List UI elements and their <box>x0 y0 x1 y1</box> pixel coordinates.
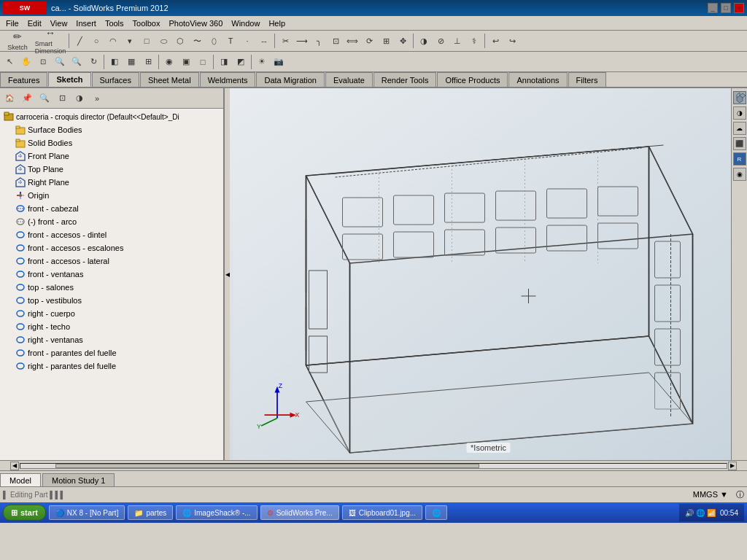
tb2-view1[interactable]: ◧ <box>107 54 123 70</box>
scene-icon[interactable]: ☁ <box>733 122 746 135</box>
tb-redo[interactable]: ↪ <box>504 33 520 49</box>
ambient-occlusion-icon[interactable]: ◉ <box>733 168 746 181</box>
tree-right-ventanas[interactable]: right - ventanas <box>0 333 223 346</box>
pt-display[interactable]: ◑ <box>71 90 88 106</box>
pt-filter[interactable]: ⊡ <box>54 90 70 106</box>
tb-repair[interactable]: ⚕ <box>466 33 482 49</box>
model-tab-model[interactable]: Model <box>0 473 41 486</box>
tab-render-tools[interactable]: Render Tools <box>374 72 437 87</box>
pt-search[interactable]: 🔍 <box>36 90 53 106</box>
tb-spline[interactable]: 〜 <box>189 33 205 49</box>
tb-convert[interactable]: ⟳ <box>361 33 377 49</box>
tb-trim[interactable]: ✂ <box>277 33 293 49</box>
tb2-wire[interactable]: □ <box>195 54 211 70</box>
tb2-camera[interactable]: 📷 <box>271 54 287 70</box>
tb-text[interactable]: T <box>222 33 239 49</box>
tree-front-cabezal[interactable]: front - cabezal <box>0 202 223 215</box>
tb2-view2[interactable]: ▦ <box>123 54 139 70</box>
tb-polygon[interactable]: ⬡ <box>172 33 188 49</box>
tb-display[interactable]: ◑ <box>416 33 432 49</box>
tab-filters[interactable]: Filters <box>568 72 606 87</box>
appearance-icon[interactable]: ◑ <box>733 106 746 120</box>
tb2-select[interactable]: ↖ <box>1 54 18 70</box>
tb-circle[interactable]: ○ <box>88 33 104 49</box>
tb-ellipse[interactable]: ⬯ <box>206 33 222 49</box>
tb-smart-dimension[interactable]: ↔ SmartDimension <box>34 33 66 49</box>
tree-solid-bodies[interactable]: Solid Bodies <box>0 136 223 149</box>
tree-right-techo[interactable]: right - techo <box>0 320 223 333</box>
tab-evaluate[interactable]: Evaluate <box>325 72 373 87</box>
horizontal-scrollbar[interactable]: ◀ ▶ <box>0 460 747 470</box>
tb2-shade[interactable]: ▣ <box>178 54 194 70</box>
menu-tools[interactable]: Tools <box>101 18 128 29</box>
tb-line[interactable]: ╱ <box>71 33 88 49</box>
menu-insert[interactable]: Insert <box>71 18 101 29</box>
tb-rectangle[interactable]: □ <box>139 33 155 49</box>
hscroll-track[interactable] <box>20 463 727 469</box>
tree-front-arco[interactable]: (-) front - arco <box>0 215 223 228</box>
taskbar-partes[interactable]: 📁 partes <box>128 505 173 520</box>
tree-right-parantes-fuelle[interactable]: right - parantes del fuelle <box>0 359 223 373</box>
taskbar-solidworks[interactable]: ⚙ SolidWorks Pre... <box>260 505 339 520</box>
tab-annotations[interactable]: Annotations <box>508 72 567 87</box>
tb-relations[interactable]: ⊥ <box>449 33 465 49</box>
tree-front-plane[interactable]: Front Plane <box>0 149 223 163</box>
model-tab-motion-study[interactable]: Motion Study 1 <box>42 473 115 486</box>
tb2-view3[interactable]: ⊞ <box>140 54 156 70</box>
tree-right-plane[interactable]: Right Plane <box>0 176 223 189</box>
close-button[interactable]: × <box>734 3 744 13</box>
hscroll-thumb[interactable] <box>55 464 479 468</box>
tb-point[interactable]: · <box>239 33 255 49</box>
tb2-pan[interactable]: ✋ <box>18 54 34 70</box>
restore-button[interactable]: □ <box>721 3 731 13</box>
decal-icon[interactable]: ⬛ <box>733 137 746 150</box>
tree-root[interactable]: carroceria - croquis director (Default<<… <box>0 110 223 123</box>
tb-display2[interactable]: ⊘ <box>433 33 449 49</box>
realview-icon[interactable]: R <box>733 152 746 166</box>
tb-arc[interactable]: ◠ <box>105 33 121 49</box>
menu-toolbox[interactable]: Toolbox <box>128 18 165 29</box>
tree-right-cuerpo[interactable]: right - cuerpo <box>0 307 223 320</box>
tree-origin[interactable]: Origin <box>0 189 223 202</box>
tree-front-accesos-dintel[interactable]: front - accesos - dintel <box>0 228 223 241</box>
tb-move[interactable]: ✥ <box>395 33 411 49</box>
tb2-lights[interactable]: ☀ <box>254 54 270 70</box>
hscroll-left[interactable]: ◀ <box>10 462 19 470</box>
tb2-zoom-in[interactable]: 🔍 <box>52 54 68 70</box>
tb2-display-style[interactable]: ◉ <box>161 54 177 70</box>
tab-weldments[interactable]: Weldments <box>200 72 256 87</box>
tree-top-vestibulos[interactable]: top - vestibulos <box>0 294 223 307</box>
tb-offset[interactable]: ⊡ <box>328 33 344 49</box>
tree-front-accesos-escalones[interactable]: front - accesos - escalones <box>0 241 223 254</box>
tb2-rotate[interactable]: ↻ <box>85 54 101 70</box>
tab-office-products[interactable]: Office Products <box>437 72 508 87</box>
tb-undo[interactable]: ↩ <box>487 33 503 49</box>
hscroll-right[interactable]: ▶ <box>728 462 737 470</box>
menu-window[interactable]: Window <box>227 18 264 29</box>
menu-help[interactable]: Help <box>264 18 290 29</box>
tb-slot[interactable]: ⬭ <box>155 33 171 49</box>
status-mmgs[interactable]: MMGS ▼ <box>693 490 728 499</box>
menu-edit[interactable]: Edit <box>23 18 46 29</box>
taskbar-ie[interactable]: 🌐 <box>425 505 447 520</box>
tab-sketch[interactable]: Sketch <box>48 72 90 87</box>
taskbar-clipboard[interactable]: 🖼 Clipboard01.jpg... <box>342 505 422 520</box>
panel-collapse[interactable]: ◀ <box>224 88 230 460</box>
tb2-section[interactable]: ◨ <box>216 54 232 70</box>
tb2-zoom-fit[interactable]: ⊡ <box>35 54 51 70</box>
tab-surfaces[interactable]: Surfaces <box>92 72 139 87</box>
taskbar-imageshack[interactable]: 🌐 ImageShack® -... <box>176 505 257 520</box>
taskbar-nx8[interactable]: 🔵 NX 8 - [No Part] <box>49 505 125 520</box>
tree-front-parantes-fuelle[interactable]: front - parantes del fuelle <box>0 346 223 359</box>
minimize-button[interactable]: _ <box>708 3 718 13</box>
tb-mirror[interactable]: ⟺ <box>344 33 360 49</box>
tb-dropdown-1[interactable]: ▾ <box>122 33 138 49</box>
tb-fillet[interactable]: ╮ <box>311 33 327 49</box>
pt-expand[interactable]: » <box>89 90 105 106</box>
tree-top-salones[interactable]: top - salones <box>0 281 223 294</box>
tab-features[interactable]: Features <box>0 72 47 87</box>
tree-front-ventanas[interactable]: front - ventanas <box>0 268 223 281</box>
menu-file[interactable]: File <box>1 18 23 29</box>
start-button[interactable]: ⊞ start <box>3 505 46 521</box>
menu-photoview[interactable]: PhotoView 360 <box>164 18 227 29</box>
